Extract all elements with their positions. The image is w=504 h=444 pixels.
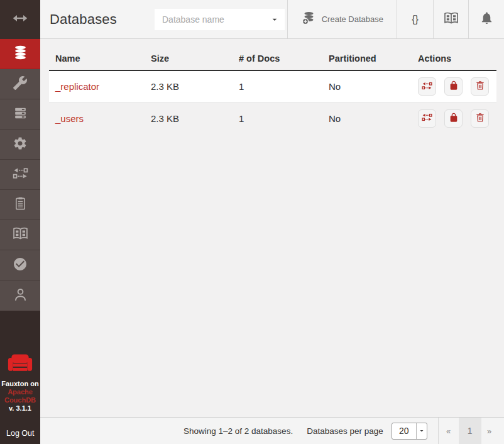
couchdb-logo: Fauxton on Apache CouchDB v. 3.1.1 <box>0 353 40 413</box>
lock-icon <box>449 80 459 92</box>
replicate-database-button[interactable] <box>418 77 436 96</box>
table-row: _users 2.3 KB 1 No <box>49 103 496 134</box>
sidebar-item-active-tasks[interactable] <box>0 99 40 130</box>
table-header-row: Name Size # of Docs Partitioned Actions <box>49 47 496 71</box>
replicate-database-button[interactable] <box>418 109 436 128</box>
sidebar-nav <box>0 39 40 311</box>
open-book-icon <box>13 226 28 244</box>
sidebar-item-documents[interactable] <box>0 190 40 220</box>
cell-docs: 1 <box>233 81 322 92</box>
sidebar-item-account[interactable] <box>0 280 40 311</box>
database-name-input[interactable] <box>162 14 270 25</box>
create-database-button[interactable]: Create Database <box>287 0 397 38</box>
database-add-icon <box>301 11 316 28</box>
set-permissions-button[interactable] <box>444 77 463 96</box>
column-header-docs: # of Docs <box>233 53 322 64</box>
cell-size: 2.3 KB <box>145 81 233 92</box>
database-icon <box>13 45 28 63</box>
database-name-combobox[interactable] <box>155 9 285 30</box>
cell-docs: 1 <box>233 113 322 124</box>
delete-database-button[interactable] <box>471 77 489 96</box>
sidebar-item-replication[interactable] <box>0 160 40 190</box>
per-page-label: Databases per page <box>307 426 383 436</box>
logo-line-1: Fauxton on <box>0 380 40 388</box>
replicate-icon <box>422 112 432 125</box>
check-circle-icon <box>13 257 28 274</box>
documentation-button[interactable] <box>433 0 468 38</box>
sidebar-item-configuration[interactable] <box>0 130 40 160</box>
cell-size: 2.3 KB <box>145 113 233 124</box>
bell-icon <box>479 11 494 28</box>
json-api-button[interactable]: {} <box>397 0 433 38</box>
logo-line-2: Apache <box>0 388 40 396</box>
topbar: Databases Create Database {} <box>40 0 504 39</box>
sidebar-item-collapse-menu[interactable] <box>0 0 40 39</box>
row-actions <box>412 77 496 96</box>
person-icon <box>13 287 28 305</box>
column-header-partitioned: Partitioned <box>322 53 412 64</box>
per-page-value: 20 <box>392 423 416 439</box>
logo-line-4: v. 3.1.1 <box>0 404 40 413</box>
lock-icon <box>449 113 459 125</box>
sidebar-item-databases[interactable] <box>0 39 40 69</box>
cell-partitioned: No <box>322 113 412 124</box>
sidebar-item-setup[interactable] <box>0 69 40 99</box>
caret-down-icon[interactable] <box>270 14 280 25</box>
sidebar-item-documentation[interactable] <box>0 220 40 250</box>
column-header-actions: Actions <box>412 53 496 64</box>
couch-icon <box>8 353 33 374</box>
sidebar-item-verify[interactable] <box>0 250 40 280</box>
row-actions <box>412 109 496 128</box>
delete-database-button[interactable] <box>471 109 489 128</box>
set-permissions-button[interactable] <box>444 109 463 128</box>
per-page-select[interactable]: 20 <box>392 423 427 440</box>
trash-icon <box>475 80 485 92</box>
server-stack-icon <box>13 105 28 123</box>
showing-summary: Showing 1–2 of 2 databases. <box>184 426 293 436</box>
database-link-users[interactable]: _users <box>55 113 84 124</box>
logo-line-3: CouchDB <box>0 396 40 404</box>
table-row: _replicator 2.3 KB 1 No <box>49 71 496 103</box>
column-header-name: Name <box>49 53 145 64</box>
gear-icon <box>13 136 28 153</box>
cell-partitioned: No <box>322 81 412 92</box>
replication-icon <box>13 165 28 184</box>
sidebar: Fauxton on Apache CouchDB v. 3.1.1 Log O… <box>0 0 40 444</box>
open-book-icon <box>444 11 459 28</box>
pagination-prev[interactable]: « <box>439 426 459 436</box>
create-database-label: Create Database <box>322 14 383 24</box>
database-link-replicator[interactable]: _replicator <box>55 81 99 92</box>
pagination-next[interactable]: » <box>481 426 498 436</box>
clipboard-icon <box>13 196 28 213</box>
wrench-icon <box>13 75 28 93</box>
double-arrow-icon <box>12 10 28 29</box>
json-braces-icon: {} <box>412 14 419 25</box>
footer-bar: Showing 1–2 of 2 databases. Databases pe… <box>40 417 504 444</box>
trash-icon <box>475 113 485 125</box>
page-title: Databases <box>40 11 117 28</box>
replicate-icon <box>422 80 432 93</box>
sidebar-footer: Fauxton on Apache CouchDB v. 3.1.1 Log O… <box>0 353 40 444</box>
content-area: Name Size # of Docs Partitioned Actions … <box>40 39 504 417</box>
fauxton-app: Fauxton on Apache CouchDB v. 3.1.1 Log O… <box>0 0 504 444</box>
logout-link[interactable]: Log Out <box>0 429 40 444</box>
main-area: Databases Create Database {} <box>40 0 504 444</box>
caret-down-icon <box>416 423 427 439</box>
notifications-button[interactable] <box>468 0 504 38</box>
databases-table: Name Size # of Docs Partitioned Actions … <box>49 47 496 134</box>
column-header-size: Size <box>145 53 233 64</box>
pagination-page-1[interactable]: 1 <box>459 418 481 444</box>
